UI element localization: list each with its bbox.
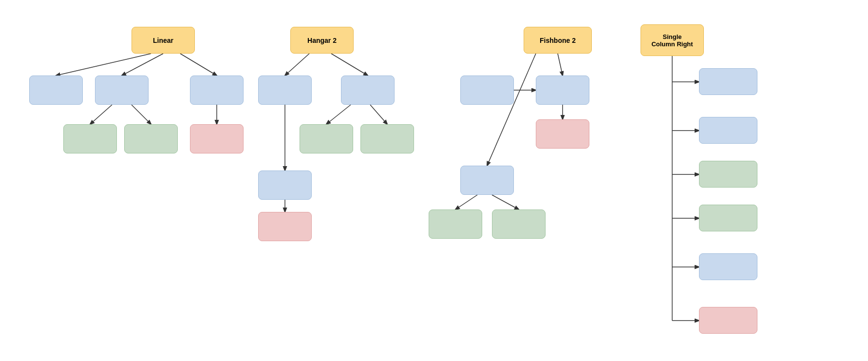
svg-line-3 [90,105,112,124]
linear-node-2[interactable] [95,76,149,105]
svg-line-16 [455,195,477,209]
fishbone2-node-2[interactable] [536,76,589,105]
diagram-canvas: Linear Hangar 2 Fishbone 2 Single Column… [0,0,868,361]
linear-node-6[interactable] [190,124,244,153]
single-col-right-node-6[interactable] [699,307,757,334]
svg-line-15 [487,54,536,166]
hangar2-node-6[interactable] [258,212,312,241]
svg-line-1 [122,54,163,76]
svg-line-7 [331,54,368,76]
svg-line-2 [180,54,217,76]
single-col-right-node-2[interactable] [699,117,757,144]
hangar2-title[interactable]: Hangar 2 [290,27,354,54]
hangar2-node-5[interactable] [258,171,312,200]
fishbone2-node-3[interactable] [536,119,589,149]
svg-line-0 [56,54,151,76]
hangar2-node-3[interactable] [300,124,353,153]
single-col-right-title[interactable]: Single Column Right [641,24,704,56]
svg-line-12 [558,54,563,76]
linear-node-3[interactable] [190,76,244,105]
svg-line-6 [285,54,309,76]
linear-node-1[interactable] [29,76,83,105]
hangar2-node-1[interactable] [258,76,312,105]
svg-line-8 [326,105,351,124]
single-col-right-node-5[interactable] [699,253,757,280]
single-col-right-node-3[interactable] [699,161,757,188]
fishbone2-node-5[interactable] [429,209,482,239]
svg-line-9 [370,105,387,124]
linear-title[interactable]: Linear [132,27,195,54]
fishbone2-node-4[interactable] [460,166,514,195]
single-col-right-node-1[interactable] [699,68,757,95]
svg-line-4 [132,105,151,124]
fishbone2-node-6[interactable] [492,209,546,239]
linear-node-5[interactable] [124,124,178,153]
fishbone2-node-1[interactable] [460,76,514,105]
linear-node-4[interactable] [63,124,117,153]
single-col-right-node-4[interactable] [699,205,757,231]
svg-line-17 [492,195,519,209]
fishbone2-title[interactable]: Fishbone 2 [524,27,592,54]
hangar2-node-2[interactable] [341,76,395,105]
hangar2-node-4[interactable] [360,124,414,153]
